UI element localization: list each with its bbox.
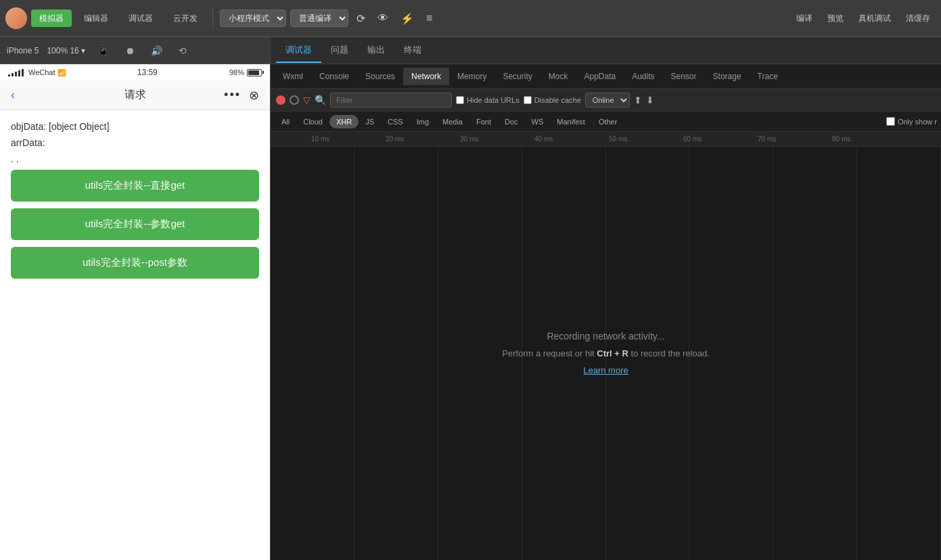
- btn-post-param[interactable]: utils完全封装--post参数: [11, 247, 259, 279]
- record-icon[interactable]: ⏺: [121, 43, 139, 59]
- type-tab-manifest[interactable]: Manifest: [550, 115, 592, 129]
- type-tab-media[interactable]: Media: [436, 115, 469, 129]
- close-icon[interactable]: ⊗: [249, 88, 259, 103]
- translate-select[interactable]: 普通编译: [290, 9, 348, 27]
- tab-output[interactable]: 输出: [358, 39, 394, 63]
- phone-nav-bar: ‹ 请求 ••• ⊗: [0, 80, 270, 110]
- ruler-50ms: 50 ms: [609, 135, 627, 143]
- arr-data-label: arrData:: [11, 137, 259, 148]
- rotate-icon[interactable]: ⟲: [175, 43, 191, 59]
- phone-header-bar: iPhone 5 100% 16 ▾ 📱 ⏺ 🔊 ⟲: [0, 37, 270, 64]
- signal-bar-2: [12, 73, 14, 76]
- empty-desc-after: to record the reload.: [628, 348, 710, 358]
- status-time: 13:59: [137, 68, 158, 77]
- subtab-console[interactable]: Console: [311, 68, 357, 85]
- wechat-label: WeChat: [28, 68, 55, 76]
- upload-icon[interactable]: ⬆: [634, 95, 642, 106]
- download-icon[interactable]: ⬇: [646, 95, 654, 106]
- btn-param-get[interactable]: utils完全封装--参数get: [11, 208, 259, 240]
- subtab-sources[interactable]: Sources: [357, 68, 403, 85]
- battery-area: 98%: [229, 68, 262, 76]
- type-tab-doc[interactable]: Doc: [498, 115, 525, 129]
- devtools-tabs: 调试器 问题 输出 终端: [271, 37, 941, 64]
- simulator-btn[interactable]: 模拟器: [31, 9, 72, 27]
- type-tab-ws[interactable]: WS: [525, 115, 551, 129]
- timeline-ruler: 10 ms 20 ms 30 ms 40 ms 50 ms 60 ms 70 m…: [271, 132, 941, 147]
- cloud-btn[interactable]: 云开发: [165, 9, 206, 27]
- debug-btn[interactable]: 调试器: [120, 9, 161, 27]
- type-tab-other[interactable]: Other: [592, 115, 624, 129]
- subtab-mock[interactable]: Mock: [541, 68, 576, 85]
- compile-label[interactable]: 编译: [791, 10, 818, 27]
- type-tab-css[interactable]: CSS: [381, 115, 410, 129]
- clear-cache-label[interactable]: 清缓存: [900, 10, 936, 27]
- type-tab-all[interactable]: All: [275, 115, 296, 129]
- device-debug-label[interactable]: 真机调试: [853, 10, 896, 27]
- subtab-security[interactable]: Security: [495, 68, 540, 85]
- stop-btn[interactable]: [290, 95, 299, 105]
- subtab-sensor[interactable]: Sensor: [663, 68, 705, 85]
- record-btn[interactable]: [276, 95, 285, 105]
- disable-cache-label[interactable]: Disable cache: [524, 96, 581, 104]
- editor-btn[interactable]: 编辑器: [76, 9, 116, 27]
- battery-fill: [248, 70, 259, 75]
- hide-data-urls-label[interactable]: Hide data URLs: [456, 96, 520, 104]
- throttle-select[interactable]: Online: [585, 93, 630, 108]
- filter-input[interactable]: [330, 93, 452, 108]
- type-tab-cloud[interactable]: Cloud: [296, 115, 329, 129]
- debug-icon[interactable]: ⚡: [396, 9, 418, 28]
- tab-debugger[interactable]: 调试器: [276, 39, 321, 63]
- subtab-storage[interactable]: Storage: [705, 68, 750, 85]
- timeline-col-8: [857, 147, 941, 560]
- ruler-40ms: 40 ms: [534, 135, 553, 143]
- devtools-subtabs: Wxml Console Sources Network Memory Secu…: [271, 64, 941, 89]
- phone-nav-title: 请求: [124, 88, 146, 102]
- tab-issues[interactable]: 问题: [321, 39, 358, 63]
- type-tab-xhr[interactable]: XHR: [329, 115, 359, 129]
- preview-label[interactable]: 预览: [822, 10, 849, 27]
- signal-bar-5: [22, 69, 24, 76]
- phone-panel: iPhone 5 100% 16 ▾ 📱 ⏺ 🔊 ⟲: [0, 37, 271, 560]
- only-show-checkbox[interactable]: [886, 117, 895, 126]
- search-icon[interactable]: 🔍: [315, 95, 326, 106]
- battery-percent: 98%: [229, 68, 244, 76]
- subtab-network[interactable]: Network: [403, 68, 449, 85]
- network-content: Recording network activity... Perform a …: [271, 147, 941, 560]
- subtab-appdata[interactable]: AppData: [576, 68, 624, 85]
- main-area: iPhone 5 100% 16 ▾ 📱 ⏺ 🔊 ⟲: [0, 37, 941, 560]
- signal-bar-3: [15, 72, 17, 76]
- separator-1: [212, 8, 213, 28]
- network-controls: ▽ 🔍 Hide data URLs Disable cache Online …: [271, 89, 941, 112]
- phone-icon[interactable]: 📱: [93, 43, 113, 59]
- hide-data-urls-checkbox[interactable]: [456, 96, 464, 104]
- disable-cache-checkbox[interactable]: [524, 96, 532, 104]
- only-show-label: Only show r: [898, 118, 937, 126]
- eye-icon[interactable]: 👁: [373, 9, 392, 27]
- ruler-10ms: 10 ms: [311, 135, 329, 143]
- layers-icon[interactable]: ≡: [422, 9, 436, 27]
- tab-terminal[interactable]: 终端: [394, 39, 431, 63]
- learn-more-link[interactable]: Learn more: [583, 365, 628, 375]
- type-tab-font[interactable]: Font: [469, 115, 498, 129]
- empty-desc: Perform a request or hit Ctrl + R to rec…: [502, 348, 710, 358]
- refresh-icon[interactable]: ⟳: [352, 9, 369, 28]
- speaker-icon[interactable]: 🔊: [147, 43, 166, 59]
- type-tab-img[interactable]: Img: [410, 115, 436, 129]
- subtab-memory[interactable]: Memory: [449, 68, 495, 85]
- phone-screen: WeChat 📶 13:59 98% ‹ 请求 ••• ⊗: [0, 64, 270, 560]
- only-show-area: Only show r: [886, 117, 937, 126]
- subtab-trace[interactable]: Trace: [750, 68, 786, 85]
- phone-back-btn[interactable]: ‹: [11, 88, 15, 102]
- subtab-audits[interactable]: Audits: [624, 68, 662, 85]
- mode-select[interactable]: 小程序模式: [220, 9, 286, 27]
- phone-nav-icons: ••• ⊗: [224, 88, 259, 103]
- type-tab-js[interactable]: JS: [359, 115, 381, 129]
- empty-desc-before: Perform a request or hit: [502, 348, 597, 358]
- recording-title: Recording network activity...: [502, 331, 710, 342]
- arr-dots: . .: [11, 154, 259, 164]
- subtab-wxml[interactable]: Wxml: [275, 68, 311, 85]
- btn-direct-get[interactable]: utils完全封装--直接get: [11, 170, 259, 202]
- filter-icon[interactable]: ▽: [303, 95, 311, 106]
- more-icon[interactable]: •••: [224, 88, 241, 103]
- devtools-panel: 调试器 问题 输出 终端 Wxml Console Sources Networ…: [271, 37, 941, 560]
